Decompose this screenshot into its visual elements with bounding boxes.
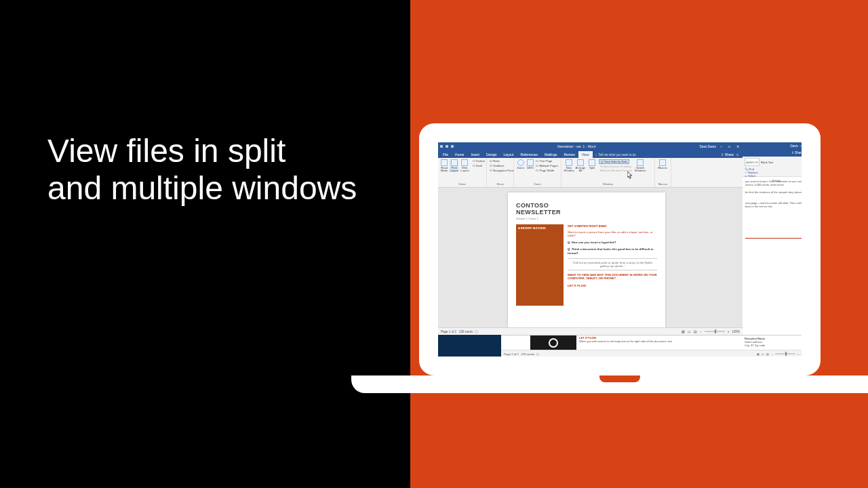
recipient-city: City, ST Zip code [745, 344, 765, 347]
doc-title-2: NEWSLETTER [516, 209, 657, 216]
view-side-by-side-button[interactable]: ◫ View Side by Side [599, 159, 629, 164]
section-heading: WANT TO VIEW AND EDIT THIS DOCUMENT IN W… [568, 273, 657, 280]
style-name: Block Text [761, 158, 773, 166]
body-text: Want to insert a picture from your files… [568, 230, 657, 237]
outline-button[interactable]: Outline [473, 159, 485, 163]
ribbon-group-views: Read Mode Print Layout Web Layout Outlin… [438, 158, 487, 187]
share-button[interactable]: ⇪ Share [721, 152, 734, 157]
doc-title-1: CONTOSO [516, 202, 657, 209]
section-heading: GET STARTED RIGHT AWAY [568, 224, 657, 228]
maximize-button[interactable]: □ [728, 144, 732, 148]
zoom-button[interactable]: Zoom [517, 159, 524, 169]
document-page: CONTOSO NEWSLETTER Volume 1 / Issue 1 A … [508, 192, 665, 327]
view-mode-icon[interactable]: ▤ [694, 330, 697, 333]
split-button[interactable]: Split [587, 159, 597, 169]
zoom-100-button[interactable]: 100% [526, 159, 534, 169]
view-mode-icon[interactable]: ▭ [762, 352, 764, 356]
style-preview[interactable]: AaBbCcD [745, 158, 760, 166]
page-indicator[interactable]: Page 1 of 2 [441, 330, 456, 333]
body-text: be limit the sentence of the sample stor… [745, 190, 802, 194]
view-mode-icon[interactable]: ▭ [688, 330, 691, 333]
body-text: you want to keep it short and sweet so y… [745, 180, 802, 186]
user-name: Sara Davis [700, 144, 716, 148]
word-window-main: Newsletter - ver. 1 - Word Sara Davis – … [438, 142, 743, 335]
tab-review[interactable]: Review [560, 151, 578, 158]
macros-button[interactable]: Macros [658, 159, 667, 169]
print-layout-button[interactable]: Print Layout [450, 159, 458, 172]
ribbon-tabs: File Home Insert Design Layout Reference… [438, 150, 743, 158]
view-mode-icon[interactable]: ▦ [682, 330, 685, 333]
save-icon[interactable] [440, 145, 443, 148]
view-mode-icon[interactable]: ▦ [757, 352, 760, 356]
web-layout-button[interactable]: Web Layout [460, 159, 469, 172]
select-button[interactable]: ▭ Select [745, 174, 758, 178]
ribbon-group-window: New Window Arrange All Split ◫ View Side… [561, 158, 655, 187]
page-width-button[interactable]: Page Width [536, 169, 554, 172]
redo-icon[interactable] [451, 145, 454, 148]
body-text: When you add content to the body text on… [579, 340, 739, 344]
multi-page-button[interactable]: Multiple Pages [536, 164, 558, 167]
tab-mailings[interactable]: Mailings [541, 151, 560, 158]
tab-layout[interactable]: Layout [500, 151, 517, 158]
draft-button[interactable]: Draft [473, 164, 482, 167]
gridlines-checkbox[interactable]: Gridlines [490, 164, 505, 167]
comments-icon[interactable]: □ [736, 152, 738, 157]
reset-position-button[interactable]: ⊞ Reset Window Position [599, 169, 633, 172]
document-canvas[interactable]: CONTOSO NEWSLETTER Volume 1 / Issue 1 A … [438, 188, 743, 327]
body-text: next page—and the matter will slide. The… [745, 201, 802, 208]
word-window-secondary: Davis – □ ✕ ⇪ Share□ AaBbCcD Block Text … [743, 142, 802, 357]
read-mode-button[interactable]: Read Mode [441, 159, 448, 172]
body-text: Q. How can you insert a hyperlink? [568, 241, 657, 244]
word-window-bottom: LET IT FLOW When you add content to the … [501, 335, 802, 357]
arrange-all-button[interactable]: Arrange All [576, 159, 585, 172]
zoom-level[interactable]: 60% [801, 352, 802, 356]
status-bar: Page 1 of 2 130 words ▢ ▦ ▭ ▤ –+ 100% [438, 327, 743, 335]
zoom-slider[interactable] [775, 353, 795, 354]
image-placeholder [530, 336, 576, 350]
share-button[interactable]: ⇪ Share [791, 151, 802, 155]
zoom-slider[interactable] [705, 331, 725, 332]
ribbon-group-zoom: Zoom 100% One Page Multiple Pages Page W… [514, 158, 561, 187]
switch-windows-button[interactable]: Switch Windows [635, 159, 645, 172]
tab-file[interactable]: File [439, 151, 452, 158]
page-indicator[interactable]: Page 2 of 2 [504, 352, 519, 356]
laptop-illustration: Newsletter - ver. 1 - Word Sara Davis – … [419, 123, 821, 388]
ruler-checkbox[interactable]: Ruler [490, 159, 500, 163]
tab-home[interactable]: Home [452, 151, 467, 158]
title-bar: Newsletter - ver. 1 - Word Sara Davis – … [438, 142, 743, 150]
word-count[interactable]: 470 words [521, 352, 535, 356]
doc-subtitle: Volume 1 / Issue 1 [516, 217, 657, 220]
body-text: Q. Think a document that looks this good… [568, 247, 657, 254]
navpane-checkbox[interactable]: Navigation Pane [490, 169, 514, 172]
undo-icon[interactable] [446, 145, 448, 148]
pull-quote: “Call out an important point or quote fr… [568, 258, 657, 270]
minimize-button[interactable]: – [720, 144, 724, 148]
tab-insert[interactable]: Insert [467, 151, 483, 158]
word-count[interactable]: 130 words [459, 330, 473, 333]
user-name: Davis [791, 144, 798, 148]
tab-view[interactable]: View [578, 151, 593, 158]
section-heading: LET IT FLOW [568, 284, 657, 287]
tab-design[interactable]: Design [483, 151, 500, 158]
ribbon-group-show: Ruler Gridlines Navigation Pane Show [487, 158, 514, 187]
view-mode-icon[interactable]: ▤ [766, 352, 769, 356]
ribbon: Read Mode Print Layout Web Layout Outlin… [438, 158, 743, 188]
ribbon-group-macros: Macros Macros [655, 158, 671, 187]
zoom-level[interactable]: 100% [732, 330, 740, 333]
tab-references[interactable]: References [517, 151, 542, 158]
close-button[interactable]: ✕ [736, 144, 741, 148]
sync-scroll-button[interactable]: ⇅ Synchronous Scrolling [599, 165, 633, 168]
tell-me-search[interactable]: ♀ Tell me what you want to do [593, 152, 639, 158]
document-title: Newsletter - ver. 1 - Word [557, 144, 596, 148]
one-page-button[interactable]: One Page [536, 159, 552, 163]
headline: View files in split and multiple windows [0, 132, 357, 268]
new-window-button[interactable]: New Window [564, 159, 574, 172]
sidebar-box: A RECENT SUCCESS [516, 224, 564, 306]
